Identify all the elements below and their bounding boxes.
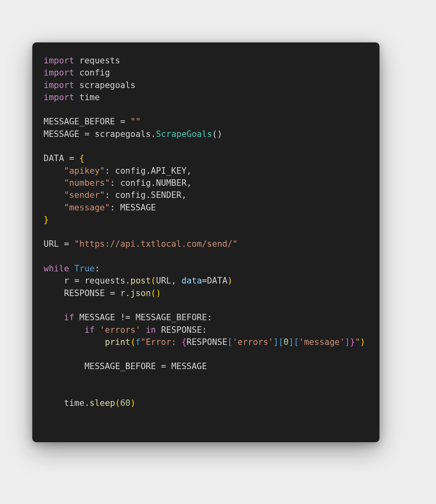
- lit-errors: 'errors': [100, 325, 140, 335]
- kw-import: import: [44, 92, 74, 102]
- ref-time: time: [64, 398, 85, 408]
- ref-r: r: [120, 288, 126, 298]
- ref-response: RESPONSE: [161, 325, 202, 335]
- fstr-close: ": [355, 337, 360, 347]
- lit-empty: "": [130, 117, 140, 126]
- kw-while: while: [44, 264, 69, 273]
- lit-url: "https://api.txtlocal.com/send/": [74, 239, 238, 249]
- kw-if: if: [84, 325, 94, 335]
- kw-import: import: [44, 56, 74, 65]
- lhs-message-before: MESSAGE_BEFORE: [84, 361, 156, 371]
- val-message: MESSAGE: [120, 203, 156, 212]
- var-message-before: MESSAGE_BEFORE: [44, 117, 115, 126]
- ref-message: MESSAGE: [80, 313, 115, 322]
- kw-import: import: [44, 80, 74, 90]
- lit-errors: 'errors': [233, 337, 273, 347]
- var-message: MESSAGE: [44, 129, 80, 139]
- ref-message-before: MESSAGE_BEFORE: [136, 313, 207, 322]
- fn-sleep: sleep: [90, 398, 115, 408]
- mod-scrapegoals: scrapegoals: [80, 80, 136, 90]
- ref-requests: requests: [84, 276, 125, 286]
- key-sender: "sender": [64, 190, 105, 200]
- kw-in: in: [146, 325, 156, 335]
- mod-requests: requests: [80, 56, 120, 65]
- key-apikey: "apikey": [64, 166, 105, 176]
- fn-post: post: [130, 276, 151, 286]
- kw-import: import: [44, 68, 74, 78]
- var-response: RESPONSE: [64, 288, 105, 298]
- arg-url: URL: [156, 276, 171, 286]
- mod-ref: scrapegoals: [94, 129, 151, 139]
- fn-json: json: [130, 288, 151, 298]
- class-scrapegoals: ScrapeGoals: [156, 129, 212, 139]
- fstr-open: "Error:: [140, 337, 181, 347]
- op-ne: !=: [120, 313, 130, 322]
- lit-sixty: 60: [120, 398, 130, 408]
- var-r: r: [64, 276, 69, 286]
- mod-config: config: [80, 68, 110, 78]
- code-card: import requests import config import scr…: [32, 42, 379, 442]
- attr-api-key: API_KEY: [151, 166, 187, 176]
- kwarg-data: data: [181, 276, 202, 286]
- key-message: "message": [64, 203, 110, 212]
- key-numbers: "numbers": [64, 178, 110, 188]
- attr-sender: SENDER: [151, 190, 182, 200]
- f-prefix: f: [136, 337, 141, 347]
- code-block: import requests import config import scr…: [44, 55, 368, 410]
- ref-config: config: [115, 190, 146, 200]
- bool-true: True: [74, 264, 95, 273]
- ref-response: RESPONSE: [187, 337, 227, 347]
- ref-config: config: [115, 166, 146, 176]
- var-data: DATA: [44, 153, 64, 163]
- arg-data: DATA: [207, 276, 228, 286]
- kw-if: if: [64, 313, 74, 322]
- lit-message: 'message': [299, 337, 345, 347]
- ref-config: config: [120, 178, 151, 188]
- fn-print: print: [105, 337, 130, 347]
- lit-zero: 0: [283, 337, 289, 347]
- mod-time: time: [80, 92, 100, 102]
- attr-number: NUMBER: [156, 178, 187, 188]
- var-url: URL: [44, 239, 59, 249]
- rhs-message: MESSAGE: [171, 361, 207, 371]
